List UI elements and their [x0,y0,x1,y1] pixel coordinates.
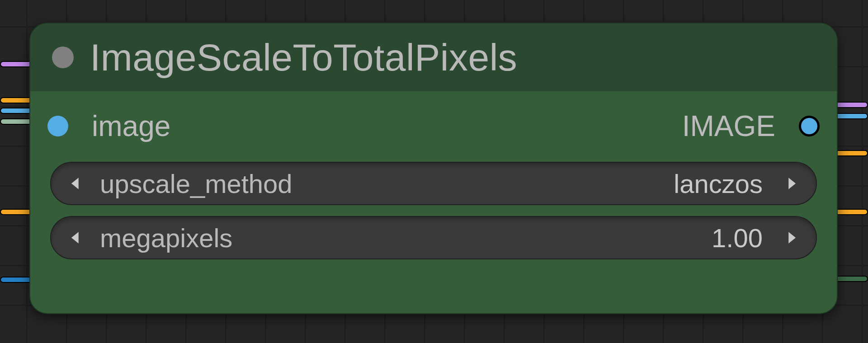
port-dot-icon[interactable] [47,116,68,136]
params-list: upscale_method lanczos megapixels 1.00 [30,155,837,259]
port-dot-icon[interactable] [799,116,820,136]
node-body: image IMAGE upscale_method lanczos [30,91,837,259]
param-value[interactable]: 1.00 [712,223,763,253]
param-name-label: megapixels [100,223,703,253]
port-row: image IMAGE [30,109,837,143]
collapse-toggle-dot[interactable] [52,47,74,68]
input-port-label: image [92,109,170,143]
next-arrow-icon[interactable] [778,225,803,250]
prev-arrow-icon[interactable] [64,171,89,196]
input-port-image[interactable]: image [35,109,170,143]
node-title: ImageScaleToTotalPixels [90,36,517,80]
param-upscale-method[interactable]: upscale_method lanczos [50,162,817,205]
output-port-image[interactable]: IMAGE [682,109,832,143]
next-arrow-icon[interactable] [778,171,803,196]
node-titlebar[interactable]: ImageScaleToTotalPixels [30,23,837,91]
param-name-label: upscale_method [100,169,665,199]
prev-arrow-icon[interactable] [64,225,89,250]
param-megapixels[interactable]: megapixels 1.00 [50,216,817,259]
param-value[interactable]: lanczos [674,169,763,199]
node-image-scale-to-total-pixels[interactable]: ImageScaleToTotalPixels image IMAGE upsc… [29,23,838,314]
output-port-label: IMAGE [682,109,775,143]
